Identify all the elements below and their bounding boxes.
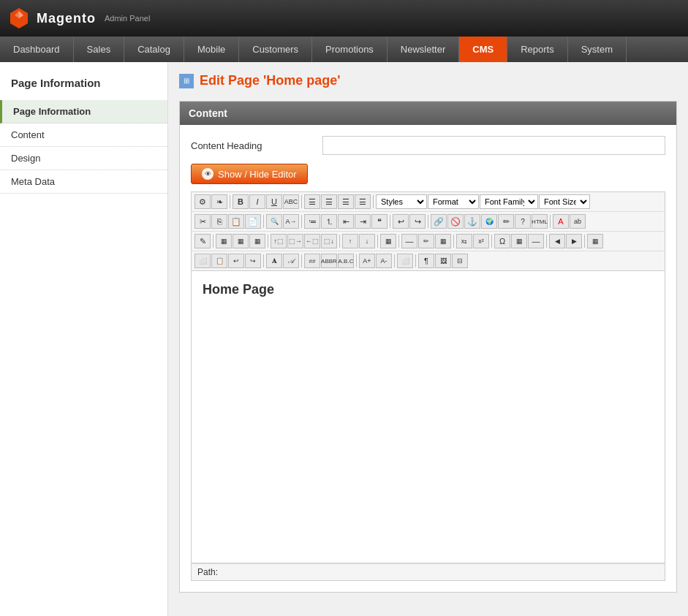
tb-redo-box[interactable]: ↪ [245, 254, 261, 268]
tb-outdent[interactable]: ⇤ [338, 214, 354, 229]
tb-styles-select[interactable]: Styles [376, 194, 427, 209]
tb-find-replace[interactable]: A→ [283, 214, 299, 229]
magento-logo-icon [7, 7, 31, 30]
tb-fwd[interactable]: ▶ [566, 234, 582, 248]
tb-abbr2[interactable]: A.B.C [338, 254, 354, 268]
nav-item-system[interactable]: System [568, 37, 627, 62]
tb-numbers[interactable]: ## [304, 254, 320, 268]
tb-back[interactable]: ◀ [549, 234, 565, 248]
tb-superscript[interactable]: x² [473, 234, 489, 248]
tb-insert-img[interactable]: 🖼 [435, 254, 451, 268]
tb-font-size-select[interactable]: Font Size [539, 194, 590, 209]
tb-italic[interactable]: I [249, 194, 265, 209]
tb-edit[interactable]: ✏ [498, 214, 514, 229]
tb-html[interactable]: HTML [532, 214, 548, 229]
tb-font-color[interactable]: A [553, 214, 569, 229]
nav-item-mobile[interactable]: Mobile [184, 37, 239, 62]
tb-table3[interactable]: ▦ [511, 234, 527, 248]
logo-text: Magento [37, 11, 96, 26]
tb-widget[interactable]: ⬜ [397, 254, 413, 268]
tb-unlink[interactable]: 🚫 [447, 214, 464, 229]
toolbar-sep [301, 215, 302, 228]
tb-incr-font[interactable]: A+ [359, 254, 375, 268]
tb-align-right[interactable]: ☰ [338, 194, 354, 209]
tb-redo[interactable]: ↪ [409, 214, 426, 229]
nav-item-dashboard[interactable]: Dashboard [0, 37, 74, 62]
tb-cut[interactable]: ✂ [194, 214, 211, 229]
tb-col-down[interactable]: ↓ [359, 234, 375, 248]
tb-find[interactable]: 🔍 [266, 214, 282, 229]
tb-special-char[interactable]: Ω [494, 234, 510, 248]
tb-undo-box[interactable]: ↩ [228, 254, 244, 268]
header: Magento Admin Panel [0, 0, 688, 37]
tb-copy[interactable]: ⎘ [211, 214, 227, 229]
nav-bar: Dashboard Sales Catalog Mobile Customers… [0, 37, 688, 62]
sidebar-item-content[interactable]: Content [0, 123, 167, 147]
tb-style-a[interactable]: 𝒜 [283, 254, 299, 268]
tb-move-up[interactable]: ↑⬚ [271, 234, 287, 248]
tb-toggle2[interactable]: ❧ [211, 194, 227, 209]
nav-item-customers[interactable]: Customers [239, 37, 312, 62]
tb-template[interactable]: ⊟ [452, 254, 468, 268]
tb-paste[interactable]: 📋 [228, 214, 244, 229]
tb-align-left[interactable]: ☰ [304, 194, 320, 209]
tb-indent[interactable]: ⇥ [355, 214, 371, 229]
tb-help[interactable]: ? [515, 214, 531, 229]
tb-numbered-list[interactable]: ⒈ [321, 214, 337, 229]
toolbar-sep [453, 235, 454, 248]
tb-underline[interactable]: U [266, 194, 282, 209]
nav-item-newsletter[interactable]: Newsletter [388, 37, 459, 62]
tb-box[interactable]: ⬜ [194, 254, 211, 268]
tb-code[interactable]: ▦ [587, 234, 603, 248]
show-hide-editor-button[interactable]: 👁 Show / Hide Editor [191, 164, 308, 184]
tb-decr-font[interactable]: A- [376, 254, 392, 268]
sidebar-item-design[interactable]: Design [0, 147, 167, 170]
tb-image[interactable]: 🌍 [481, 214, 497, 229]
sidebar-item-page-information[interactable]: Page Information [0, 100, 167, 123]
nav-item-cms[interactable]: CMS [459, 37, 507, 62]
tb-col-up[interactable]: ↑ [342, 234, 358, 248]
tb-bullet-list[interactable]: ≔ [304, 214, 320, 229]
tb-anchor[interactable]: ⚓ [464, 214, 480, 229]
toolbar-sep [301, 195, 302, 208]
tb-subscript[interactable]: x₂ [456, 234, 472, 248]
content-heading-input[interactable] [322, 136, 665, 155]
tb-font-family-select[interactable]: Font Family [480, 194, 538, 209]
tb-align-center[interactable]: ☰ [321, 194, 337, 209]
nav-item-sales[interactable]: Sales [74, 37, 125, 62]
nav-item-promotions[interactable]: Promotions [312, 37, 388, 62]
nav-item-reports[interactable]: Reports [507, 37, 568, 62]
tb-hrule[interactable]: — [401, 234, 417, 248]
tb-format-select[interactable]: Format [428, 194, 479, 209]
sidebar-item-meta-data[interactable]: Meta Data [0, 170, 167, 194]
tb-copy-box[interactable]: 📋 [211, 254, 227, 268]
tb-paste-text[interactable]: 📄 [245, 214, 261, 229]
tb-big-a[interactable]: 𝐀 [266, 254, 282, 268]
tb-table[interactable]: ▦ [380, 234, 396, 248]
toolbar-sep [301, 254, 302, 267]
tb-move-right[interactable]: ⬚→ [287, 234, 303, 248]
tb-move-left[interactable]: ←⬚ [304, 234, 320, 248]
tb-bg-color[interactable]: ab [570, 214, 586, 229]
tb-grid[interactable]: ▦ [435, 234, 451, 248]
tb-link[interactable]: 🔗 [431, 214, 447, 229]
tb-table-col[interactable]: ▦ [233, 234, 249, 248]
tb-move-down[interactable]: ⬚↓ [321, 234, 337, 248]
tb-abbr1[interactable]: ABBR [321, 254, 337, 268]
tb-justify[interactable]: ☰ [355, 194, 371, 209]
nav-item-catalog[interactable]: Catalog [124, 37, 184, 62]
tb-edit-sub[interactable]: ✏ [418, 234, 434, 248]
edit-page-icon: ⊞ [179, 74, 194, 88]
tb-del-row[interactable]: ▦ [249, 234, 265, 248]
tb-blockquote[interactable]: ❝ [371, 214, 388, 229]
tb-undo[interactable]: ↩ [393, 214, 409, 229]
tb-hrule2[interactable]: — [528, 234, 544, 248]
tb-abc[interactable]: ABC [283, 194, 299, 209]
main-layout: Page Information Page Information Conten… [0, 62, 688, 616]
tb-edit2[interactable]: ✎ [194, 234, 211, 248]
tb-toggle1[interactable]: ⚙ [194, 194, 211, 209]
tb-paragraph[interactable]: ¶ [418, 254, 434, 268]
tb-table-row[interactable]: ▦ [216, 234, 232, 248]
tb-bold[interactable]: B [233, 194, 249, 209]
editor-content[interactable]: Home Page [191, 271, 665, 563]
